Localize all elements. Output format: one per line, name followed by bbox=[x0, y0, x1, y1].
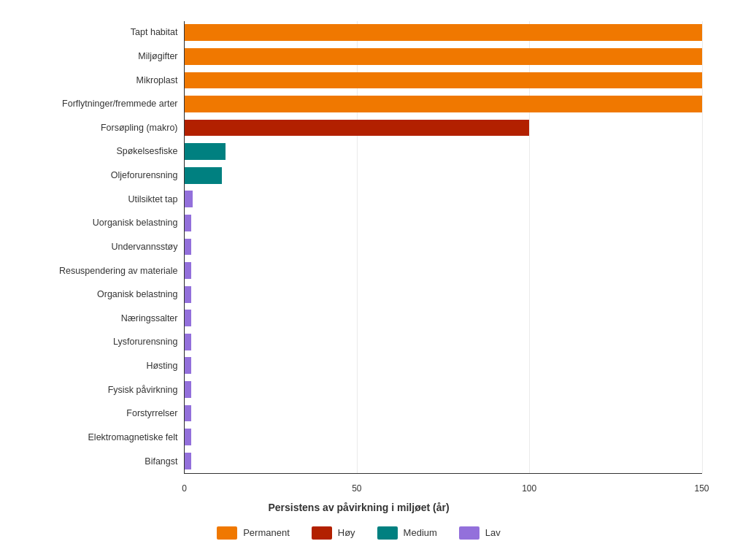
bar bbox=[185, 215, 191, 231]
y-label: Forsøpling (makro) bbox=[101, 116, 178, 140]
legend-label: Høy bbox=[338, 527, 355, 538]
legend: PermanentHøyMediumLav bbox=[16, 526, 702, 540]
bar-row bbox=[185, 116, 702, 140]
bar-row bbox=[185, 283, 702, 307]
x-axis-label: Persistens av påvirkning i miljøet (år) bbox=[16, 502, 702, 513]
bar bbox=[185, 381, 191, 398]
bar bbox=[185, 191, 193, 207]
bar-row bbox=[185, 354, 702, 378]
bar bbox=[185, 72, 702, 89]
legend-swatch bbox=[459, 526, 479, 540]
x-tick-label: 100 bbox=[522, 483, 536, 494]
bar bbox=[185, 239, 191, 256]
bar-row bbox=[185, 188, 702, 212]
y-label: Resuspendering av materiale bbox=[59, 259, 178, 283]
bar-row bbox=[185, 258, 702, 283]
y-label: Miljøgifter bbox=[138, 45, 177, 69]
bar-row bbox=[185, 139, 702, 164]
chart-container: Tapt habitatMiljøgifterMikroplastForflyt… bbox=[9, 7, 724, 554]
legend-label: Permanent bbox=[243, 527, 290, 538]
legend-item: Lav bbox=[459, 526, 501, 540]
bar-row bbox=[185, 402, 702, 426]
bar bbox=[185, 405, 191, 422]
bar-row bbox=[185, 164, 702, 188]
bar-row bbox=[185, 69, 702, 93]
y-label: Lysforurensning bbox=[113, 331, 177, 355]
legend-label: Lav bbox=[485, 527, 501, 538]
y-label: Høsting bbox=[146, 354, 177, 378]
bar-row bbox=[185, 21, 702, 45]
y-label: Uorganisk belastning bbox=[93, 212, 178, 236]
y-label: Forstyrrelser bbox=[126, 402, 177, 426]
bar bbox=[185, 262, 191, 279]
y-labels: Tapt habitatMiljøgifterMikroplastForflyt… bbox=[16, 21, 184, 474]
y-label: Næringssalter bbox=[121, 307, 178, 331]
y-label: Spøkelsesfiske bbox=[116, 140, 177, 164]
y-label: Organisk belastning bbox=[97, 283, 177, 307]
y-label: Forflytninger/fremmede arter bbox=[62, 92, 177, 116]
bar bbox=[185, 286, 191, 303]
bar bbox=[185, 143, 226, 160]
y-label: Elektromagnetiske felt bbox=[88, 426, 178, 450]
y-label: Utilsiktet tap bbox=[128, 188, 177, 212]
y-label: Mikroplast bbox=[136, 69, 178, 93]
y-label: Oljeforurensning bbox=[111, 164, 178, 188]
bar-row bbox=[185, 449, 702, 473]
gridline bbox=[702, 21, 703, 473]
bar-row bbox=[185, 211, 702, 235]
bar-row bbox=[185, 45, 702, 69]
bar bbox=[185, 453, 191, 469]
chart-area: Tapt habitatMiljøgifterMikroplastForflyt… bbox=[16, 21, 702, 474]
legend-swatch bbox=[217, 526, 237, 540]
y-label: Fysisk påvirkning bbox=[108, 378, 178, 402]
legend-swatch bbox=[377, 526, 398, 540]
legend-item: Høy bbox=[312, 526, 355, 540]
legend-label: Medium bbox=[404, 527, 437, 538]
bar bbox=[185, 310, 191, 326]
bar-row bbox=[185, 306, 702, 330]
bar bbox=[185, 24, 702, 41]
bar-row bbox=[185, 330, 702, 354]
x-tick-label: 50 bbox=[352, 483, 361, 494]
bar-row bbox=[185, 235, 702, 259]
bar bbox=[185, 334, 191, 350]
y-label: Bifangst bbox=[145, 450, 177, 474]
bar bbox=[185, 167, 223, 184]
bar bbox=[185, 96, 702, 112]
bar-row bbox=[185, 377, 702, 402]
bar bbox=[185, 120, 530, 137]
bar-row bbox=[185, 92, 702, 116]
bars-area: 050100150 bbox=[184, 21, 702, 474]
bar bbox=[185, 357, 191, 374]
bar bbox=[185, 429, 191, 445]
y-label: Undervannsstøy bbox=[111, 235, 177, 259]
x-tick-label: 150 bbox=[694, 483, 709, 494]
x-tick-label: 0 bbox=[182, 483, 187, 494]
legend-item: Medium bbox=[377, 526, 437, 540]
y-label: Tapt habitat bbox=[131, 21, 178, 45]
bar-row bbox=[185, 425, 702, 449]
legend-swatch bbox=[312, 526, 332, 540]
legend-item: Permanent bbox=[217, 526, 290, 540]
bar bbox=[185, 48, 702, 65]
